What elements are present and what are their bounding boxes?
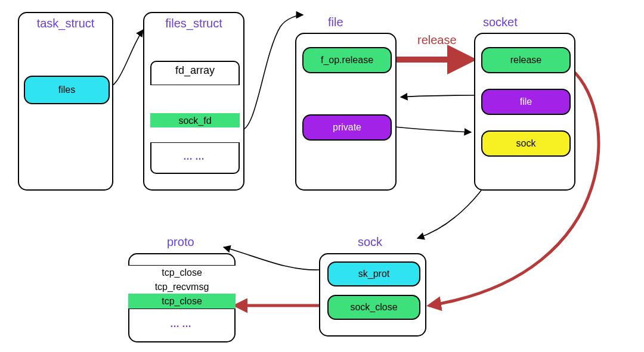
file-box: f_op.release private	[295, 33, 397, 191]
proto-ellipsis: ……	[129, 319, 234, 329]
diagram-canvas: task_struct files files_struct fd_array …	[0, 0, 644, 352]
sock-box: sk_prot sock_close	[319, 253, 426, 337]
task-struct-title: task_struct	[19, 13, 112, 30]
proto-title: proto	[167, 235, 194, 249]
proto-row-1: tcp_recvmsg	[128, 279, 236, 295]
sock-title: sock	[358, 235, 382, 249]
socket-title: socket	[483, 15, 518, 29]
fd-array-title: fd_array	[151, 62, 239, 77]
arrow-socket-file-to-file	[401, 95, 474, 97]
files-struct-title: files_struct	[144, 13, 243, 30]
task-struct-files-field: files	[24, 76, 110, 104]
socket-file: file	[481, 89, 571, 115]
sock-sockclose: sock_close	[327, 295, 420, 320]
fd-array-box: fd_array sock_fd ……	[150, 61, 240, 174]
proto-box: tcp_close tcp_recvmsg tcp_close ……	[128, 253, 236, 342]
fd-array-ellipsis: ……	[151, 151, 239, 162]
fd-array-row-3	[150, 127, 240, 143]
file-fop-release: f_op.release	[302, 47, 392, 73]
release-arrow-label: release	[417, 33, 457, 47]
socket-release: release	[481, 47, 571, 73]
fd-array-row-0	[150, 85, 240, 100]
fd-array-row-sockfd: sock_fd	[150, 113, 240, 129]
file-private: private	[302, 114, 392, 141]
socket-sock: sock	[481, 130, 571, 157]
socket-box: release file sock	[474, 33, 575, 191]
sock-skprot: sk_prot	[327, 261, 420, 286]
proto-row-0: tcp_close	[128, 265, 236, 281]
fd-array-row-1	[150, 99, 240, 114]
arrow-skprot-to-proto	[224, 247, 319, 270]
files-struct-box: files_struct fd_array sock_fd ……	[143, 12, 244, 191]
arrow-file-private-to-socket	[395, 127, 471, 132]
arrow-sockfd-to-file	[239, 15, 303, 130]
proto-row-2-highlight: tcp_close	[128, 294, 236, 309]
file-title: file	[328, 15, 343, 29]
task-struct-box: task_struct files	[18, 12, 113, 191]
